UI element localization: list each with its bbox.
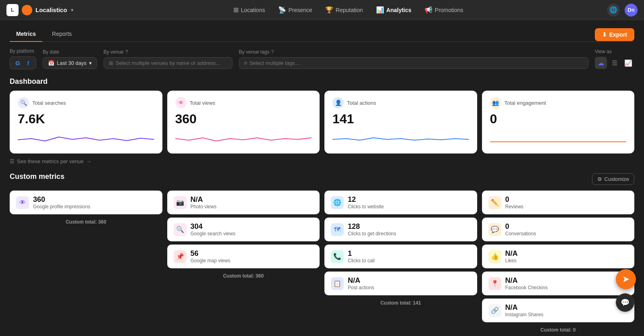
total-engagement-icon: 👥 bbox=[490, 97, 501, 108]
metric-card-total-views: 👁 Total views 360 bbox=[167, 91, 320, 153]
google-profile-value: 360 bbox=[33, 195, 90, 204]
metric-card-total-engagement: 👥 Total engagement 0 bbox=[482, 91, 635, 153]
reviews-icon: ✏️ bbox=[488, 196, 501, 209]
reputation-icon: 🏆 bbox=[325, 6, 333, 14]
customize-button[interactable]: ⚙ Customize bbox=[592, 173, 634, 185]
view-cloud-btn[interactable]: ☁ bbox=[595, 57, 607, 69]
calendar-icon: 📅 bbox=[48, 60, 54, 66]
locations-icon: ⊞ bbox=[233, 6, 239, 14]
custom-col-4: ✏️ 0 Reviews 💬 0 Conversations 👍 N/A Lik… bbox=[482, 191, 635, 334]
clicks-call-icon: 📞 bbox=[331, 250, 344, 263]
view-list-btn[interactable]: ☰ bbox=[609, 57, 621, 69]
facebook-checkins-label: Facebook Checkins bbox=[505, 285, 548, 290]
custom-card-photo-views: 📷 N/A Photo views bbox=[167, 191, 320, 214]
user-avatar[interactable]: Dn bbox=[625, 4, 638, 17]
google-search-views-icon: 🔍 bbox=[174, 223, 187, 236]
date-caret-icon: ▾ bbox=[89, 60, 92, 66]
export-icon: ⬇ bbox=[602, 31, 607, 38]
venue-filter-icon: ⊞ bbox=[109, 60, 113, 66]
venue-filter-input[interactable]: ⊞ Select multiple venues by name or addr… bbox=[104, 57, 233, 69]
nav-right: 🌐 Dn bbox=[607, 4, 638, 17]
custom-card-instagram-shares: 🔗 N/A Instagram Shares bbox=[482, 299, 635, 322]
conversations-label: Conversations bbox=[505, 231, 536, 236]
tab-metrics[interactable]: Metrics bbox=[10, 27, 42, 42]
nav-links: ⊞ Locations 📡 Presence 🏆 Reputation 📊 An… bbox=[89, 4, 607, 16]
custom-col-1-total: Custom total: 360 bbox=[10, 218, 162, 226]
venue-help-icon[interactable]: ? bbox=[125, 49, 128, 55]
total-views-value: 360 bbox=[175, 112, 312, 127]
post-actions-label: Post actions bbox=[348, 285, 374, 290]
tab-reports[interactable]: Reports bbox=[46, 27, 78, 42]
fab-container: ➤ 💬 bbox=[616, 269, 636, 312]
view-as-buttons: ☁ ☰ 📈 bbox=[595, 57, 634, 69]
analytics-icon: 📊 bbox=[376, 6, 384, 14]
total-actions-title: Total actions bbox=[347, 100, 376, 106]
total-searches-value: 7.6K bbox=[18, 112, 154, 127]
nav-item-reputation[interactable]: 🏆 Reputation bbox=[320, 4, 369, 16]
photo-views-icon: 📷 bbox=[174, 196, 187, 209]
nav-item-presence[interactable]: 📡 Presence bbox=[272, 4, 318, 16]
total-views-title: Total views bbox=[190, 100, 216, 106]
metrics-grid: 🔍 Total searches 7.6K 👁 Total views 360 … bbox=[10, 91, 634, 153]
custom-metrics-header: Custom metrics ⚙ Customize bbox=[10, 172, 634, 186]
google-map-views-label: Google map views bbox=[191, 258, 231, 263]
chat-fab-button[interactable]: ➤ bbox=[616, 269, 636, 289]
view-chart-btn[interactable]: 📈 bbox=[622, 57, 634, 69]
custom-card-reviews: ✏️ 0 Reviews bbox=[482, 191, 635, 214]
platform-buttons[interactable]: G f bbox=[10, 56, 36, 69]
instagram-shares-value: N/A bbox=[505, 303, 544, 312]
brand-caret-icon[interactable]: ▾ bbox=[71, 7, 73, 13]
likes-label: Likes bbox=[505, 258, 518, 263]
custom-card-likes: 👍 N/A Likes bbox=[482, 245, 635, 268]
clicks-directions-icon: 🗺 bbox=[331, 223, 344, 236]
venue-filter-group: By venue ? ⊞ Select multiple venues by n… bbox=[104, 49, 233, 69]
clicks-directions-label: Clicks to get directions bbox=[348, 231, 396, 236]
metric-card-total-searches: 🔍 Total searches 7.6K bbox=[10, 91, 162, 153]
google-profile-label: Google profile impressions bbox=[33, 204, 90, 209]
nav-item-locations[interactable]: ⊞ Locations bbox=[228, 4, 271, 16]
presence-icon: 📡 bbox=[278, 6, 286, 14]
see-metrics-arrow-icon: → bbox=[86, 158, 91, 164]
custom-card-google-profile: 👁 360 Google profile impressions bbox=[10, 191, 162, 214]
platform-filter-group: By platform G f bbox=[10, 48, 36, 69]
total-searches-icon: 🔍 bbox=[18, 97, 29, 108]
globe-button[interactable]: 🌐 bbox=[607, 4, 620, 17]
top-nav: L Localistico ▾ ⊞ Locations 📡 Presence 🏆… bbox=[0, 0, 644, 20]
total-engagement-title: Total engagement bbox=[505, 100, 546, 106]
date-filter-label: By date bbox=[43, 49, 97, 55]
main-content: Metrics Reports ⬇ Export By platform G f… bbox=[0, 20, 644, 336]
photo-views-value: N/A bbox=[191, 195, 217, 204]
date-filter-group: By date 📅 Last 30 days ▾ bbox=[43, 49, 97, 69]
export-button[interactable]: ⬇ Export bbox=[595, 28, 634, 41]
nav-item-analytics[interactable]: 📊 Analytics bbox=[370, 4, 417, 16]
brand-logo: L bbox=[6, 4, 19, 16]
tags-help-icon[interactable]: ? bbox=[271, 49, 274, 55]
support-fab-button[interactable]: 💬 bbox=[616, 293, 634, 312]
custom-metrics-grid: 👁 360 Google profile impressions Custom … bbox=[10, 191, 634, 334]
date-filter-btn[interactable]: 📅 Last 30 days ▾ bbox=[43, 57, 97, 69]
custom-card-google-map-views: 📌 56 Google map views bbox=[167, 245, 320, 268]
reviews-value: 0 bbox=[505, 195, 524, 204]
photo-views-label: Photo views bbox=[191, 204, 217, 209]
customize-icon: ⚙ bbox=[597, 176, 602, 182]
custom-card-facebook-checkins: 📍 N/A Facebook Checkins bbox=[482, 272, 635, 295]
custom-col-2-total: Custom total: 360 bbox=[167, 272, 320, 280]
instagram-shares-icon: 🔗 bbox=[488, 304, 501, 317]
filters-bar: By platform G f By date 📅 Last 30 days ▾… bbox=[10, 48, 634, 69]
clicks-directions-value: 128 bbox=[348, 222, 396, 231]
facebook-platform-btn[interactable]: f bbox=[24, 58, 33, 67]
facebook-checkins-value: N/A bbox=[505, 276, 548, 285]
google-platform-btn[interactable]: G bbox=[13, 58, 22, 67]
total-actions-sparkline bbox=[332, 130, 469, 146]
google-search-views-value: 304 bbox=[191, 222, 235, 231]
facebook-checkins-icon: 📍 bbox=[488, 277, 501, 290]
total-searches-title: Total searches bbox=[32, 100, 66, 106]
brand[interactable]: L Localistico ▾ bbox=[6, 4, 73, 16]
likes-value: N/A bbox=[505, 249, 518, 258]
custom-card-clicks-website: 🌐 12 Clicks to website bbox=[324, 191, 477, 214]
see-metrics-link[interactable]: ☰ See these metrics per venue → bbox=[10, 158, 634, 164]
total-actions-icon: 👤 bbox=[332, 97, 344, 108]
total-searches-sparkline bbox=[18, 130, 154, 146]
tags-filter-input[interactable]: # Select multiple tags... bbox=[239, 57, 588, 69]
nav-item-promotions[interactable]: 📢 Promotions bbox=[419, 4, 469, 16]
